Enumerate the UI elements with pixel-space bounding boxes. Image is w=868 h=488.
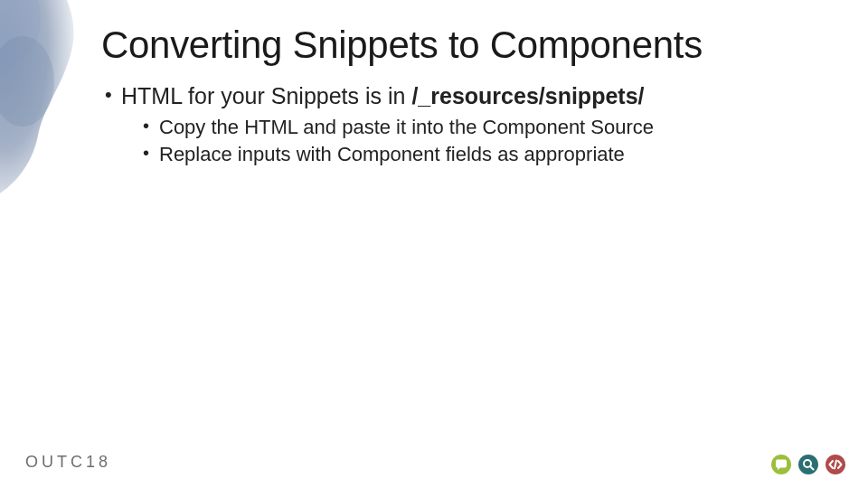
bullet-text-prefix: HTML for your Snippets is in	[121, 83, 411, 108]
watercolor-splash	[0, 0, 99, 217]
slide-content: Converting Snippets to Components HTML f…	[101, 25, 832, 167]
sub-bullet-text: Copy the HTML and paste it into the Comp…	[159, 116, 654, 138]
footer-brand: OUTC18	[25, 453, 111, 472]
sub-bullet-text: Replace inputs with Component fields as …	[159, 143, 625, 165]
svg-point-0	[0, 0, 41, 68]
magnifier-icon	[797, 454, 819, 475]
svg-point-3	[798, 455, 818, 474]
bullet-text-bold: /_resources/snippets/	[411, 83, 644, 108]
bullet-list: HTML for your Snippets is in /_resources…	[101, 81, 832, 167]
code-brackets-icon	[825, 454, 846, 475]
svg-point-1	[0, 36, 54, 127]
footer-icons	[770, 454, 846, 475]
speech-bubble-icon	[770, 454, 792, 475]
slide-title: Converting Snippets to Components	[101, 25, 832, 65]
list-item: Replace inputs with Component fields as …	[143, 141, 832, 168]
sub-bullet-list: Copy the HTML and paste it into the Comp…	[121, 114, 832, 167]
list-item: Copy the HTML and paste it into the Comp…	[143, 114, 832, 141]
list-item: HTML for your Snippets is in /_resources…	[105, 81, 832, 167]
